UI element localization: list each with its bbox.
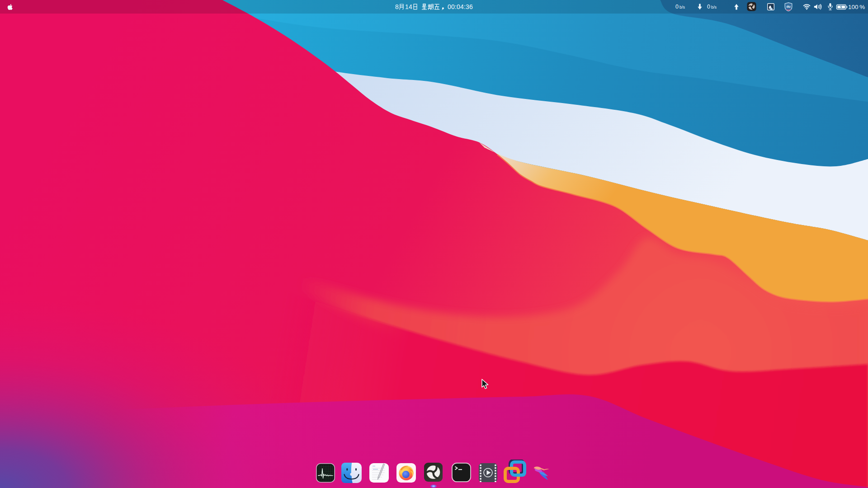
svg-text:du: du (786, 5, 791, 9)
